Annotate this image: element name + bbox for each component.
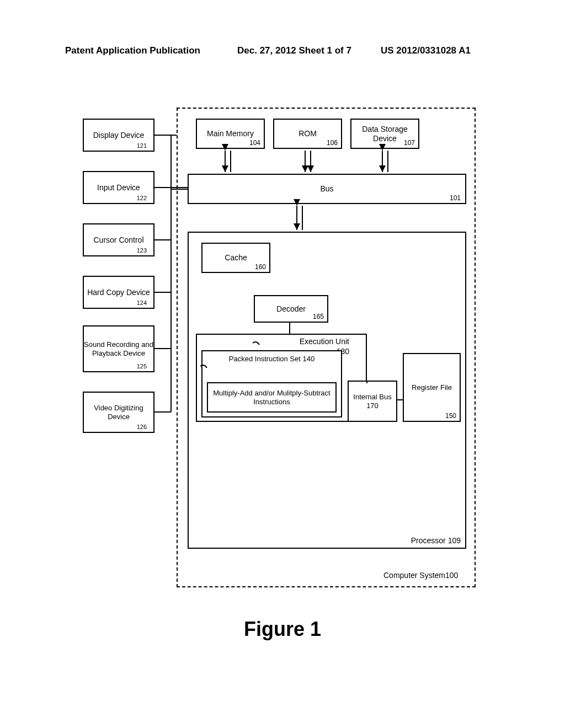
- header-left: Patent Application Publication: [65, 45, 200, 56]
- register-file-box: Register File 150: [403, 353, 461, 422]
- input-device-ref: 122: [137, 195, 147, 202]
- display-device-box: Display Device 121: [83, 119, 154, 152]
- decoder-box: Decoder 165: [254, 295, 328, 323]
- video-device-ref: 126: [137, 424, 147, 431]
- main-memory-ref: 104: [249, 139, 260, 147]
- rom-ref: 106: [327, 139, 338, 147]
- cache-ref: 160: [255, 263, 266, 271]
- display-device-label: Display Device: [93, 131, 145, 140]
- cursor-control-label: Cursor Control: [93, 235, 143, 245]
- video-device-box: Video Digitizing Device 126: [83, 392, 154, 433]
- cache-box: Cache 160: [201, 243, 270, 273]
- cursor-control-box: Cursor Control 123: [83, 223, 154, 256]
- header-center: Dec. 27, 2012 Sheet 1 of 7: [237, 45, 351, 56]
- computer-system-label: Computer System100: [383, 571, 458, 580]
- decoder-label: Decoder: [276, 304, 306, 314]
- rom-label: ROM: [299, 129, 317, 138]
- internal-bus-ref: 170: [366, 402, 379, 410]
- main-memory-label: Main Memory: [207, 129, 254, 138]
- packed-instruction-label: Packed Instruction Set 140: [229, 355, 315, 363]
- register-file-ref: 150: [445, 412, 456, 420]
- hardcopy-device-label: Hard Copy Device: [87, 288, 150, 297]
- data-storage-box: Data Storage Device 107: [350, 119, 419, 149]
- header-right: US 2012/0331028 A1: [381, 45, 471, 56]
- input-device-label: Input Device: [97, 183, 140, 192]
- bus-ref: 101: [450, 194, 461, 202]
- sound-device-label: Sound Recording and Playback Device: [84, 340, 153, 357]
- diagram: Main Memory 104 ROM 106 Data Storage Dev…: [69, 108, 480, 587]
- internal-bus-box: Internal Bus 170: [348, 381, 397, 422]
- hardcopy-device-ref: 124: [137, 299, 147, 307]
- muladd-box: Multiply-Add and/or Mulitply-Subtract In…: [207, 382, 337, 413]
- input-device-box: Input Device 122: [83, 171, 154, 204]
- processor-label: Processor 109: [411, 536, 461, 545]
- bus-label: Bus: [320, 184, 333, 194]
- execution-unit-label: Execution Unit: [300, 337, 349, 346]
- decoder-ref: 165: [313, 313, 324, 320]
- hardcopy-device-box: Hard Copy Device 124: [83, 276, 154, 309]
- cursor-control-ref: 123: [137, 247, 147, 254]
- bus-box: Bus 101: [188, 174, 466, 204]
- sound-device-ref: 125: [137, 363, 147, 370]
- video-device-label: Video Digitizing Device: [84, 404, 153, 421]
- rom-box: ROM 106: [273, 119, 342, 149]
- internal-bus-label: Internal Bus: [353, 393, 391, 402]
- muladd-label: Multiply-Add and/or Mulitply-Subtract In…: [208, 389, 335, 406]
- cache-label: Cache: [225, 253, 247, 263]
- data-storage-ref: 107: [404, 139, 415, 147]
- main-memory-box: Main Memory 104: [196, 119, 265, 149]
- figure-label: Figure 1: [0, 618, 565, 641]
- display-device-ref: 121: [137, 142, 147, 149]
- sound-device-box: Sound Recording and Playback Device 125: [83, 325, 154, 372]
- register-file-label: Register File: [412, 383, 452, 392]
